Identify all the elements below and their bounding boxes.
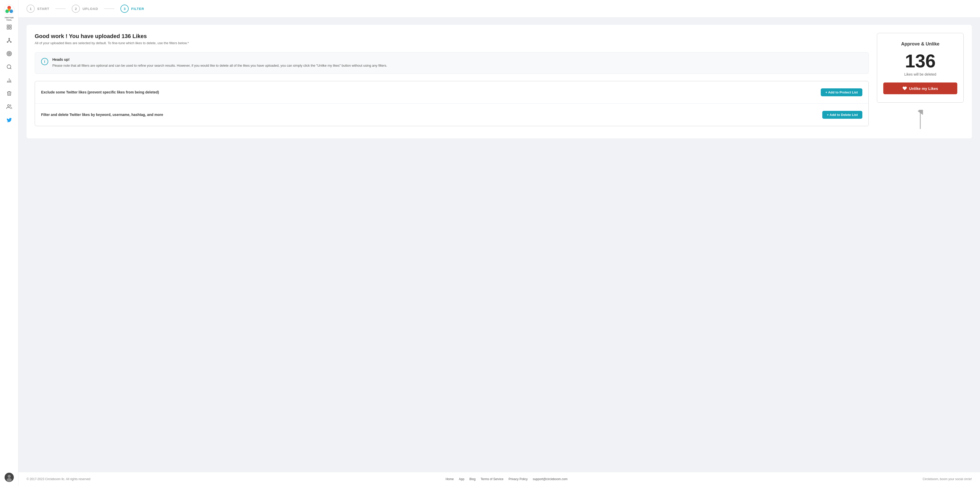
sidebar-bottom xyxy=(5,473,14,482)
step-2-label: UPLOAD xyxy=(83,7,98,11)
svg-point-10 xyxy=(7,41,8,43)
step-1[interactable]: 1 START xyxy=(27,5,49,13)
sidebar-item-analytics[interactable] xyxy=(3,75,15,86)
footer-link-app[interactable]: App xyxy=(459,477,464,481)
footer-tagline: Circleboom, boom your social circle! xyxy=(923,477,972,481)
footer-link-privacy[interactable]: Privacy Policy xyxy=(509,477,528,481)
sidebar-item-dashboard[interactable] xyxy=(3,21,15,33)
approve-title: Approve & Unlike xyxy=(883,41,957,47)
add-to-delete-list-button[interactable]: + Add to Delete List xyxy=(822,111,862,119)
svg-point-11 xyxy=(10,41,11,43)
sidebar-nav xyxy=(3,21,15,473)
sidebar-item-search[interactable] xyxy=(3,61,15,73)
svg-rect-7 xyxy=(7,27,8,29)
steps-header: 1 START 2 UPLOAD 3 FILTER xyxy=(18,0,980,18)
step-1-circle: 1 xyxy=(27,5,35,13)
svg-rect-6 xyxy=(10,25,11,27)
svg-point-27 xyxy=(8,475,11,478)
approve-count: 136 xyxy=(883,52,957,70)
sidebar: TWITTER TOOL xyxy=(0,0,18,486)
svg-rect-8 xyxy=(10,27,11,29)
page-body: Good work ! You have uploaded 136 Likes … xyxy=(27,25,972,139)
arrow-up-icon xyxy=(915,110,925,130)
avatar[interactable] xyxy=(5,473,14,482)
svg-point-19 xyxy=(7,65,11,69)
svg-point-12 xyxy=(9,40,10,41)
svg-point-28 xyxy=(6,478,12,482)
trash-icon xyxy=(6,91,12,96)
step-2[interactable]: 2 UPLOAD xyxy=(72,5,98,13)
search-icon xyxy=(6,64,12,70)
headsup-box: i Heads up! Please note that all filters… xyxy=(35,52,869,74)
step-3-label: FILTER xyxy=(131,7,144,11)
page-subtitle: All of your uploaded likes are selected … xyxy=(35,41,869,45)
app-logo[interactable]: TWITTER TOOL xyxy=(3,4,15,15)
step-separator-1 xyxy=(56,8,65,9)
footer-link-tos[interactable]: Terms of Service xyxy=(480,477,503,481)
headsup-title: Heads up! xyxy=(52,57,387,62)
add-to-protect-list-button[interactable]: + Add to Protect List xyxy=(821,88,862,96)
approve-subtitle: Likes will be deleted xyxy=(883,72,957,76)
left-column: Good work ! You have uploaded 136 Likes … xyxy=(35,33,869,126)
step-2-circle: 2 xyxy=(72,5,80,13)
svg-line-20 xyxy=(10,68,11,69)
footer-link-home[interactable]: Home xyxy=(445,477,454,481)
filter-row-delete: Filter and delete Twitter likes by keywo… xyxy=(35,104,869,126)
svg-line-14 xyxy=(8,41,9,41)
main-content: 1 START 2 UPLOAD 3 FILTER xyxy=(18,0,980,486)
content-area: 1 START 2 UPLOAD 3 FILTER xyxy=(18,0,980,472)
two-column-layout: Good work ! You have uploaded 136 Likes … xyxy=(35,33,964,130)
twitter-icon xyxy=(6,117,12,123)
footer-links: Home App Blog Terms of Service Privacy P… xyxy=(445,477,568,481)
filter-row-protect: Exclude some Twitter likes (prevent spec… xyxy=(35,81,869,104)
svg-point-9 xyxy=(9,38,10,39)
info-icon: i xyxy=(41,58,48,65)
page-title: Good work ! You have uploaded 136 Likes xyxy=(35,33,869,40)
footer-link-support[interactable]: support@circleboom.com xyxy=(533,477,567,481)
svg-point-17 xyxy=(8,53,11,55)
svg-point-25 xyxy=(7,105,9,107)
footer-copyright: © 2017-2023 Circleboom llc. All rights r… xyxy=(27,477,90,481)
sidebar-item-audience[interactable] xyxy=(3,101,15,112)
users-icon xyxy=(6,104,12,110)
app-name-label: TWITTER TOOL xyxy=(3,17,15,21)
step-separator-2 xyxy=(104,8,115,9)
svg-line-15 xyxy=(10,41,11,41)
sidebar-item-delete[interactable] xyxy=(3,88,15,99)
arrow-container xyxy=(877,107,964,130)
unlike-my-likes-button[interactable]: Unlike my Likes xyxy=(883,83,957,94)
svg-point-18 xyxy=(9,53,10,54)
step-3[interactable]: 3 FILTER xyxy=(121,5,144,13)
network-icon xyxy=(6,38,12,43)
grid-icon xyxy=(6,24,12,30)
headsup-content: Heads up! Please note that all filters a… xyxy=(52,57,387,69)
filter-container: Exclude some Twitter likes (prevent spec… xyxy=(35,81,869,126)
svg-point-4 xyxy=(8,8,11,11)
headsup-text: Please note that all filters are optiona… xyxy=(52,63,387,69)
filter-delete-label: Filter and delete Twitter likes by keywo… xyxy=(41,113,163,117)
sidebar-item-twitter[interactable] xyxy=(3,115,15,126)
bar-chart-icon xyxy=(6,77,12,83)
step-3-circle: 3 xyxy=(121,5,129,13)
step-1-label: START xyxy=(37,7,49,11)
footer-link-blog[interactable]: Blog xyxy=(469,477,476,481)
approve-card: Approve & Unlike 136 Likes will be delet… xyxy=(877,33,964,103)
sidebar-item-network[interactable] xyxy=(3,35,15,46)
sidebar-item-target[interactable] xyxy=(3,48,15,59)
heart-icon xyxy=(902,86,907,91)
right-column: Approve & Unlike 136 Likes will be delet… xyxy=(877,33,964,130)
svg-rect-5 xyxy=(7,25,8,27)
filter-protect-label: Exclude some Twitter likes (prevent spec… xyxy=(41,90,159,94)
target-icon xyxy=(6,51,12,56)
footer: © 2017-2023 Circleboom llc. All rights r… xyxy=(18,472,980,486)
